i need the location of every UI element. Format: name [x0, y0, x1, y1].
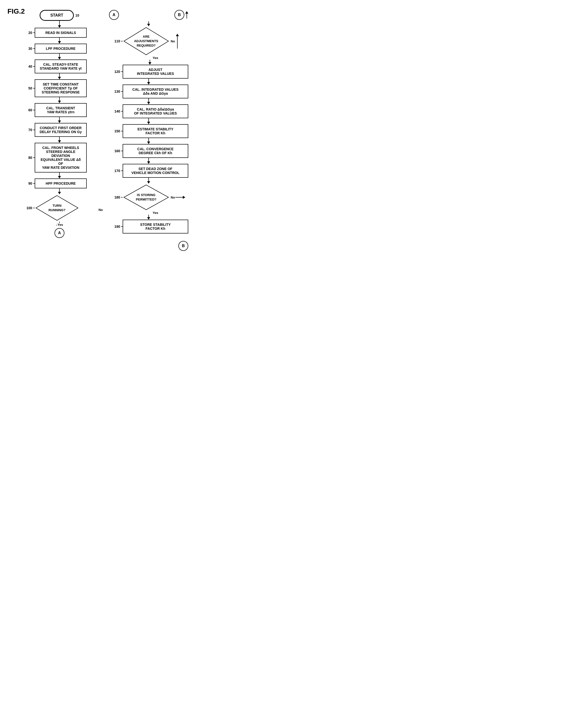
step-70-rect: CONDUCT FIRST ORDERDELAY FILTERING ON Gy [35, 123, 87, 137]
step-160-num: 160 [109, 149, 120, 153]
step-130-rect: CAL. INTEGRATED VALUESΔδa AND ΔGya [122, 84, 188, 99]
step-50-num: 50 [22, 86, 32, 90]
step-140-num: 140 [109, 109, 120, 113]
start-ref: 10 [75, 13, 79, 17]
step-170-rect: SET DEAD ZONE OFVEHICLE MOTION CONTROL [122, 164, 188, 178]
arrow-50-60 [58, 97, 61, 103]
step-100-num: 100 [22, 206, 32, 210]
arrow-110-120 [149, 60, 152, 65]
connector-B-top: B [175, 10, 184, 20]
step-50-rect: SET TIME CONSTANTCOEFFICIENT Tp OFSTEERI… [35, 79, 87, 97]
step-150-num: 150 [109, 129, 120, 133]
step-110-diamond: AREADJUSTMENTSREQUIRED? [122, 26, 170, 56]
arrow-160-170 [147, 158, 150, 164]
step-180-num: 180 [109, 195, 120, 199]
arrow-80-90 [58, 173, 61, 178]
step-120-rect: ADJUSTINTEGRATED VALUES [122, 65, 188, 78]
connector-B-bottom: B [178, 241, 188, 251]
step-100-no-label: No [98, 208, 103, 212]
left-column: START 10 20 READ IN SIGNALS 30 LPF PROCE… [22, 10, 96, 251]
arrow-120-130 [147, 78, 150, 84]
step-40-num: 40 [22, 64, 32, 68]
step-160-rect: CAL. CONVERGENCEDEGREE Ckh OF Kh [122, 144, 188, 158]
connector-A-bottom: A [54, 228, 64, 238]
step-110-num: 110 [109, 39, 120, 43]
step-150-rect: ESTIMATE STABILITYFACTOR Kh [122, 124, 188, 138]
step-60-rect: CAL. TRANSIENTYAW RATES γtrn [35, 103, 87, 117]
arrow-140-150 [147, 118, 150, 124]
step-80-rect: CAL. FRONT WHEELSSTEERED ANGLE DEVIATION… [35, 143, 87, 173]
step-140-rect: CAL. RATIO Δδa/ΔGyaOF INTEGRATED VALUES [122, 104, 188, 118]
step-120-num: 120 [109, 70, 120, 73]
step-60-num: 60 [22, 108, 32, 112]
arrow-start-20 [58, 21, 61, 28]
step-100-yes-label: ↓Yes [56, 223, 63, 226]
arrow-90-100 [58, 188, 61, 194]
arrow-180-190 [147, 215, 150, 220]
step-170-num: 170 [109, 169, 120, 173]
arrow-150-160 [147, 138, 150, 144]
step-190-num: 190 [109, 224, 120, 228]
step-40-rect: CAL. STEADY-STATESTANDARD YAW RATE γt [35, 59, 87, 73]
arrow-170-180 [147, 178, 150, 184]
arrow-130-140 [147, 99, 150, 104]
step-110-yes-label: Yes [153, 56, 158, 60]
arrow-30-40 [58, 53, 61, 59]
start-shape: START [40, 10, 74, 21]
step-130-num: 130 [109, 89, 120, 94]
arrow-A-110 [147, 21, 150, 26]
step-110-no-label: No [171, 39, 175, 43]
step-70-num: 70 [22, 128, 32, 132]
step-20-num: 20 [22, 31, 32, 35]
step-30-num: 30 [22, 47, 32, 50]
arrow-70-80 [58, 137, 61, 143]
step-90-rect: HPF PROCEDURE [35, 178, 87, 188]
step-180-no-label: No [171, 196, 175, 199]
step-100-diamond: TURNRUNNING? [35, 194, 79, 222]
arrow-40-50 [58, 73, 61, 79]
step-180-yes-label: Yes [153, 211, 158, 215]
step-80-num: 80 [22, 156, 32, 160]
step-180-diamond: IS STORINGPERMITTED? [122, 184, 170, 211]
step-20-rect: READ IN SIGNALS [35, 28, 87, 38]
step-30-rect: LPF PROCEDURE [35, 44, 87, 53]
right-column: A B 110 [109, 10, 188, 251]
arrow-60-70 [58, 117, 61, 123]
step-190-rect: STORE STABILITYFACTOR Kh [122, 220, 188, 233]
step-90-num: 90 [22, 181, 32, 185]
connector-A-top: A [109, 10, 119, 20]
arrow-20-30 [58, 38, 61, 44]
